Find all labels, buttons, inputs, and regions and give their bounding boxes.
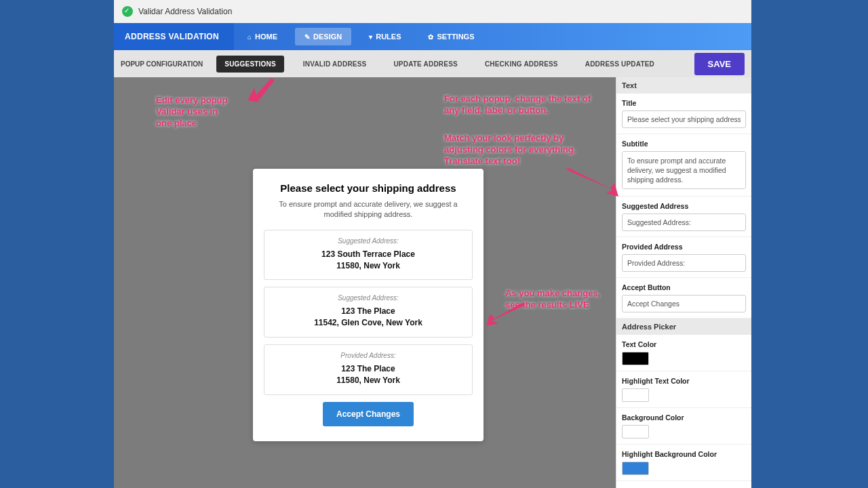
address-line2: 11542, Glen Cove, New York (270, 317, 467, 329)
address-caption: Suggested Address: (270, 237, 467, 245)
accept-button[interactable]: Accept Changes (323, 402, 414, 426)
address-caption: Suggested Address: (270, 294, 467, 302)
label-text-color: Text Color (622, 340, 746, 348)
section-text: Text (616, 77, 751, 94)
address-line1: 123 The Place (270, 363, 467, 375)
tabbar: POPUP CONFIGURATION SUGGESTIONS INVALID … (114, 50, 751, 77)
input-accept[interactable] (622, 295, 746, 312)
preview-canvas: Please select your shipping address To e… (114, 77, 616, 488)
tabbar-label: POPUP CONFIGURATION (121, 60, 203, 68)
nav-design-label: DESIGN (313, 33, 342, 41)
popup-preview: Please select your shipping address To e… (253, 169, 484, 441)
topbar: Validar Address Validation (114, 0, 751, 23)
address-line2: 11580, New York (270, 375, 467, 386)
address-line2: 11580, New York (270, 260, 467, 272)
swatch-text-color[interactable] (622, 352, 649, 365)
filter-icon: ▾ (369, 33, 372, 41)
swatch-highlight-bg-color[interactable] (622, 462, 649, 475)
gear-icon: ✿ (428, 33, 433, 41)
label-accept: Accept Button (622, 283, 746, 291)
label-title: Title (622, 99, 746, 107)
app-title: Validar Address Validation (138, 7, 232, 16)
nav-settings[interactable]: ✿ SETTINGS (418, 28, 484, 45)
label-provided: Provided Address (622, 243, 746, 251)
address-caption: Provided Address: (270, 352, 467, 359)
address-line1: 123 The Place (270, 306, 467, 317)
label-highlight-text-color: Highlight Text Color (622, 377, 746, 385)
address-option-2[interactable]: Suggested Address: 123 The Place 11542, … (264, 287, 473, 338)
section-address-picker: Address Picker (616, 319, 751, 335)
label-suggested: Suggested Address (622, 202, 746, 210)
swatch-highlight-text-color[interactable] (622, 388, 649, 402)
swatch-bg-color[interactable] (622, 425, 649, 439)
label-highlight-bg-color: Highlight Background Color (622, 450, 746, 458)
save-button[interactable]: SAVE (694, 53, 745, 75)
nav-design[interactable]: ✎ DESIGN (295, 28, 351, 45)
tab-suggestions[interactable]: SUGGESTIONS (216, 56, 284, 73)
nav-home[interactable]: ⌂ HOME (238, 28, 287, 45)
popup-subtitle: To ensure prompt and accurate delivery, … (264, 199, 473, 220)
nav-settings-label: SETTINGS (437, 33, 474, 41)
nav-title: ADDRESS VALIDATION (114, 23, 234, 50)
design-icon: ✎ (304, 33, 310, 41)
address-option-3[interactable]: Provided Address: 123 The Place 11580, N… (264, 344, 473, 395)
tab-address-updated[interactable]: ADDRESS UPDATED (577, 56, 663, 73)
address-line1: 123 South Terrace Place (270, 249, 467, 260)
tab-invalid-address[interactable]: INVALID ADDRESS (295, 56, 375, 73)
label-bg-color: Background Color (622, 413, 746, 422)
tab-update-address[interactable]: UPDATE ADDRESS (385, 56, 465, 73)
tab-checking-address[interactable]: CHECKING ADDRESS (477, 56, 566, 73)
nav-rules-label: RULES (376, 33, 401, 41)
side-panel: Text Title Subtitle Suggested Address Pr… (616, 77, 751, 488)
label-subtitle: Subtitle (622, 140, 746, 148)
nav-home-label: HOME (255, 33, 277, 41)
popup-title: Please select your shipping address (264, 182, 473, 194)
shield-icon (122, 6, 133, 17)
nav-rules[interactable]: ▾ RULES (359, 28, 410, 45)
input-title[interactable] (622, 110, 746, 128)
home-icon: ⌂ (248, 33, 252, 41)
input-subtitle[interactable] (622, 151, 746, 189)
navbar: ADDRESS VALIDATION ⌂ HOME ✎ DESIGN ▾ RUL… (114, 23, 751, 50)
input-suggested[interactable] (622, 214, 746, 231)
address-option-1[interactable]: Suggested Address: 123 South Terrace Pla… (264, 230, 473, 281)
input-provided[interactable] (622, 254, 746, 272)
